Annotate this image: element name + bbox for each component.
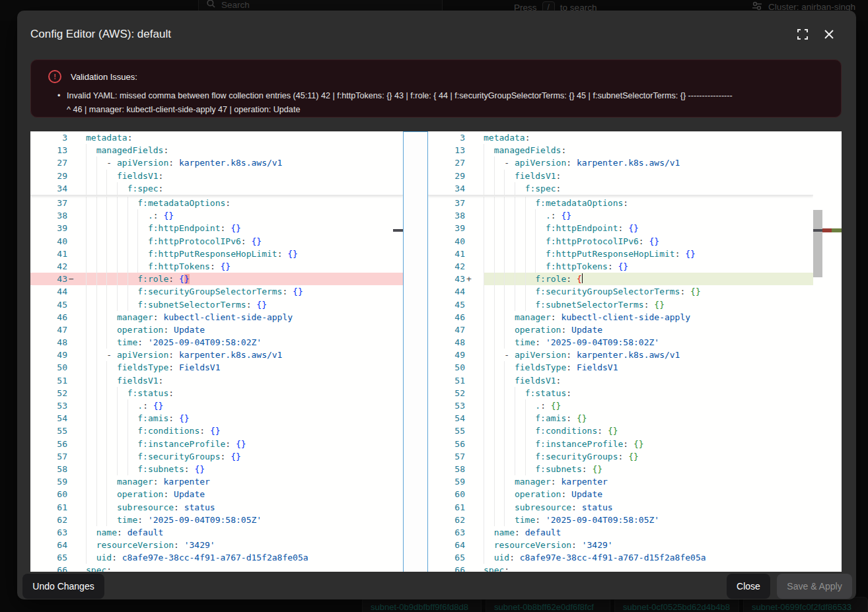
- code-line[interactable]: 38.: {}: [428, 209, 813, 222]
- line-number[interactable]: 49: [428, 349, 465, 361]
- code-line[interactable]: 37f:metadataOptions:: [30, 197, 403, 209]
- line-number[interactable]: 51: [30, 374, 67, 387]
- code-line[interactable]: 63name: default: [428, 526, 813, 539]
- code-line[interactable]: 59manager: karpenter: [428, 475, 813, 488]
- diff-editor-sash[interactable]: [403, 131, 428, 572]
- code-line[interactable]: 65uid: c8afe97e-38cc-4f91-a767-d15f2a8fe…: [428, 551, 813, 564]
- line-number[interactable]: 42: [428, 260, 465, 273]
- code-line[interactable]: 60operation: Update: [428, 488, 813, 500]
- code-content[interactable]: 37f:metadataOptions:38.: {}39f:httpEndpo…: [30, 195, 403, 572]
- code-line[interactable]: 48time: '2025-09-04T09:58:02Z': [30, 336, 403, 349]
- line-number[interactable]: 13: [30, 144, 67, 156]
- line-number[interactable]: 58: [428, 463, 465, 475]
- line-number[interactable]: 55: [30, 425, 67, 437]
- code-line[interactable]: 66spec:: [30, 564, 403, 572]
- code-line[interactable]: 34f:spec:: [30, 182, 403, 195]
- line-number[interactable]: 62: [428, 514, 465, 526]
- line-number[interactable]: 38: [428, 209, 465, 222]
- line-number[interactable]: 52: [428, 387, 465, 399]
- code-line[interactable]: 46manager: kubectl-client-side-apply: [428, 311, 813, 323]
- line-number[interactable]: 37: [428, 197, 465, 209]
- code-line[interactable]: 41f:httpPutResponseHopLimit: {}: [428, 248, 813, 260]
- code-line[interactable]: 27- apiVersion: karpenter.k8s.aws/v1: [30, 156, 403, 169]
- line-number[interactable]: 3: [30, 131, 67, 144]
- line-number[interactable]: 56: [30, 438, 67, 450]
- line-number[interactable]: 39: [30, 222, 67, 234]
- line-number[interactable]: 34: [30, 182, 67, 195]
- line-number[interactable]: 48: [30, 336, 67, 349]
- code-line[interactable]: 57f:securityGroups: {}: [428, 450, 813, 463]
- code-line[interactable]: 57f:securityGroups: {}: [30, 450, 403, 463]
- close-icon[interactable]: [823, 28, 836, 42]
- line-number[interactable]: 46: [428, 311, 465, 323]
- code-line[interactable]: 55f:conditions: {}: [30, 425, 403, 437]
- line-number[interactable]: 57: [30, 450, 67, 463]
- code-line[interactable]: 51fieldsV1:: [428, 374, 813, 387]
- fullscreen-icon[interactable]: [797, 28, 810, 42]
- code-line[interactable]: 29fieldsV1:: [30, 170, 403, 182]
- line-number[interactable]: 44: [428, 285, 465, 298]
- line-number[interactable]: 54: [428, 412, 465, 425]
- code-line[interactable]: 52f:status:: [30, 387, 403, 399]
- line-number[interactable]: 38: [30, 209, 67, 222]
- code-line[interactable]: 60operation: Update: [30, 488, 403, 500]
- code-line[interactable]: 53.: {}: [30, 399, 403, 412]
- code-line[interactable]: 56f:instanceProfile: {}: [428, 438, 813, 450]
- code-line[interactable]: 64resourceVersion: '3429': [30, 539, 403, 551]
- diff-editor-original-pane[interactable]: 37f:metadataOptions:38.: {}39f:httpEndpo…: [30, 131, 403, 572]
- code-line[interactable]: 39f:httpEndpoint: {}: [428, 222, 813, 234]
- code-line[interactable]: 27- apiVersion: karpenter.k8s.aws/v1: [428, 156, 813, 169]
- line-number[interactable]: 37: [30, 197, 67, 209]
- code-line[interactable]: 52f:status:: [428, 387, 813, 399]
- line-number[interactable]: 3: [428, 131, 465, 144]
- line-number[interactable]: 55: [428, 425, 465, 437]
- code-line[interactable]: 63name: default: [30, 526, 403, 539]
- code-line[interactable]: 49- apiVersion: karpenter.k8s.aws/v1: [30, 349, 403, 361]
- vertical-scrollbar-slider[interactable]: [813, 210, 822, 277]
- line-number[interactable]: 65: [428, 551, 465, 564]
- code-line[interactable]: 41f:httpPutResponseHopLimit: {}: [30, 248, 403, 260]
- code-line[interactable]: 44f:securityGroupSelectorTerms: {}: [428, 285, 813, 298]
- code-line[interactable]: 44f:securityGroupSelectorTerms: {}: [30, 285, 403, 298]
- code-line[interactable]: 45f:subnetSelectorTerms: {}: [30, 298, 403, 311]
- line-number[interactable]: 40: [30, 235, 67, 248]
- code-line[interactable]: 61subresource: status: [428, 501, 813, 514]
- line-number[interactable]: 40: [428, 235, 465, 248]
- code-line[interactable]: 51fieldsV1:: [30, 374, 403, 387]
- line-number[interactable]: 50: [30, 361, 67, 374]
- code-line[interactable]: 39f:httpEndpoint: {}: [30, 222, 403, 234]
- diff-editor-modified-pane[interactable]: 37f:metadataOptions:38.: {}39f:httpEndpo…: [428, 131, 813, 572]
- code-line[interactable]: 53.: {}: [428, 399, 813, 412]
- line-number[interactable]: 64: [30, 539, 67, 551]
- line-number[interactable]: 43: [428, 273, 465, 285]
- line-number[interactable]: 53: [428, 399, 465, 412]
- line-number[interactable]: 63: [30, 526, 67, 539]
- sticky-scroll-header[interactable]: 3metadata:13managedFields:27- apiVersion…: [30, 131, 403, 195]
- line-number[interactable]: 54: [30, 412, 67, 425]
- code-line[interactable]: 46manager: kubectl-client-side-apply: [30, 311, 403, 323]
- code-line[interactable]: 65uid: c8afe97e-38cc-4f91-a767-d15f2a8fe…: [30, 551, 403, 564]
- code-line[interactable]: 58f:subnets: {}: [428, 463, 813, 475]
- line-number[interactable]: 46: [30, 311, 67, 323]
- line-number[interactable]: 52: [30, 387, 67, 399]
- code-line[interactable]: 59manager: karpenter: [30, 475, 403, 488]
- line-number[interactable]: 66: [428, 564, 465, 572]
- line-number[interactable]: 27: [30, 156, 67, 169]
- code-line[interactable]: 47operation: Update: [30, 323, 403, 336]
- code-line[interactable]: 43+f:role: {: [428, 273, 813, 285]
- code-line[interactable]: 56f:instanceProfile: {}: [30, 438, 403, 450]
- code-line[interactable]: 29fieldsV1:: [428, 170, 813, 182]
- line-number[interactable]: 41: [428, 248, 465, 260]
- line-number[interactable]: 56: [428, 438, 465, 450]
- line-number[interactable]: 63: [428, 526, 465, 539]
- code-line[interactable]: 50fieldsType: FieldsV1: [30, 361, 403, 374]
- line-number[interactable]: 39: [428, 222, 465, 234]
- line-number[interactable]: 50: [428, 361, 465, 374]
- code-line[interactable]: 38.: {}: [30, 209, 403, 222]
- sticky-scroll-header[interactable]: 3metadata:13managedFields:27- apiVersion…: [428, 131, 813, 195]
- code-line[interactable]: 3metadata:: [30, 131, 403, 144]
- code-line[interactable]: 45f:subnetSelectorTerms: {}: [428, 298, 813, 311]
- code-line[interactable]: 54f:amis: {}: [30, 412, 403, 425]
- line-number[interactable]: 59: [30, 475, 67, 488]
- line-number[interactable]: 44: [30, 285, 67, 298]
